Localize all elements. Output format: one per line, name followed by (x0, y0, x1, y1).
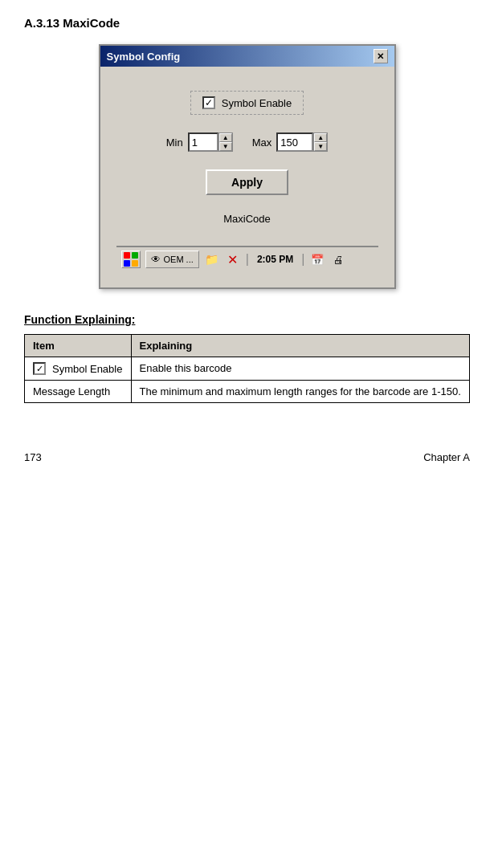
symbol-name-label: MaxiCode (223, 213, 271, 225)
oem-label: OEM ... (164, 255, 194, 264)
taskbar-separator2: | (301, 252, 304, 267)
windows-logo-icon (124, 252, 138, 267)
dialog-wrapper: Symbol Config ✕ ✓ Symbol Enable Min ▲ ▼ (24, 44, 470, 289)
taskbar-calendar-icon[interactable]: 📅 (309, 251, 325, 267)
table-row: ✓Symbol EnableEnable this barcode (25, 357, 470, 381)
page-number: 173 (24, 451, 42, 463)
table-item-label: Symbol Enable (52, 363, 122, 375)
function-title: Function Explaining: (24, 313, 470, 326)
taskbar: 👁 OEM ... 📁 ✕ | 2:05 PM | 📅 🖨 (116, 246, 378, 271)
section-title: A.3.13 MaxiCode (24, 16, 470, 30)
taskbar-separator: | (246, 252, 249, 267)
max-input[interactable] (276, 132, 313, 152)
min-decrement-button[interactable]: ▼ (219, 142, 232, 151)
symbol-enable-label: Symbol Enable (222, 97, 292, 109)
min-input[interactable] (188, 132, 218, 152)
item-with-checkbox: ✓Symbol Enable (33, 362, 123, 375)
taskbar-printer-icon[interactable]: 🖨 (330, 251, 346, 267)
col-explaining-header: Explaining (131, 335, 470, 357)
dialog-close-button[interactable]: ✕ (374, 49, 388, 63)
table-cell-explaining: The minimum and maximum length ranges fo… (131, 381, 470, 403)
max-label: Max (252, 137, 272, 149)
table-row: Message LengthThe minimum and maximum le… (25, 381, 470, 403)
function-table: Item Explaining ✓Symbol EnableEnable thi… (24, 334, 470, 403)
taskbar-cross-icon: ✕ (225, 251, 241, 267)
table-checkbox[interactable]: ✓ (33, 362, 46, 375)
col-item-header: Item (25, 335, 132, 357)
min-group: Min ▲ ▼ (166, 132, 233, 152)
oem-icon: 👁 (151, 254, 161, 265)
apply-button[interactable]: Apply (206, 169, 288, 195)
dialog-title: Symbol Config (107, 51, 181, 63)
dialog-titlebar: Symbol Config ✕ (100, 46, 394, 67)
max-spinner-buttons: ▲ ▼ (313, 132, 328, 152)
minmax-row: Min ▲ ▼ Max ▲ ▼ (166, 132, 329, 152)
page-footer: 173 Chapter A (24, 451, 470, 463)
oem-button[interactable]: 👁 OEM ... (145, 251, 199, 268)
function-section: Function Explaining: Item Explaining ✓Sy… (24, 313, 470, 403)
min-label: Min (166, 137, 183, 149)
symbol-enable-row: ✓ Symbol Enable (190, 91, 304, 115)
dialog-body: ✓ Symbol Enable Min ▲ ▼ Max (100, 67, 394, 287)
table-cell-item: ✓Symbol Enable (25, 357, 132, 381)
taskbar-time: 2:05 PM (257, 254, 293, 265)
symbol-enable-checkbox[interactable]: ✓ (202, 96, 215, 109)
start-button[interactable] (121, 251, 141, 268)
chapter-label: Chapter A (423, 451, 470, 463)
max-decrement-button[interactable]: ▼ (314, 142, 327, 151)
table-item-label: Message Length (25, 381, 132, 403)
symbol-config-dialog: Symbol Config ✕ ✓ Symbol Enable Min ▲ ▼ (99, 44, 396, 289)
min-spinner-buttons: ▲ ▼ (218, 132, 233, 152)
min-spinner: ▲ ▼ (188, 132, 233, 152)
max-increment-button[interactable]: ▲ (314, 133, 327, 142)
min-increment-button[interactable]: ▲ (219, 133, 232, 142)
max-spinner: ▲ ▼ (276, 132, 328, 152)
taskbar-folder-icon[interactable]: 📁 (204, 251, 220, 267)
max-group: Max ▲ ▼ (252, 132, 329, 152)
table-header-row: Item Explaining (25, 335, 470, 357)
table-cell-explaining: Enable this barcode (131, 357, 470, 381)
